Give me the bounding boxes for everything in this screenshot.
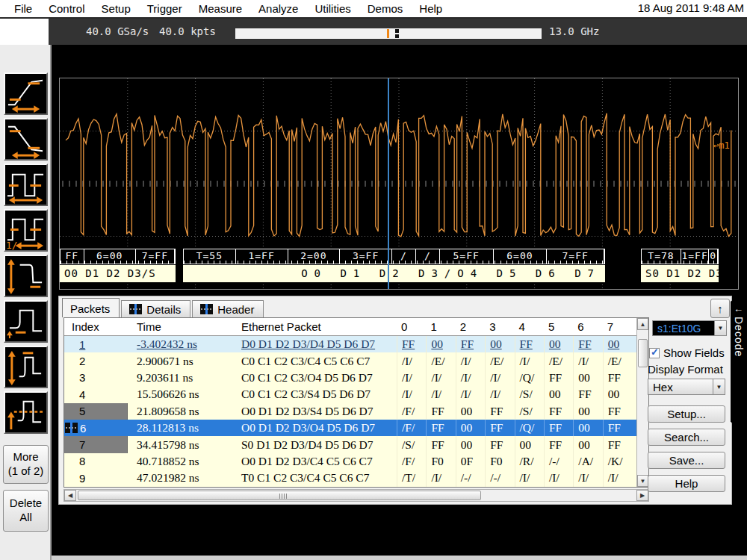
table-row[interactable]: 521.809658 nsO0 D1 D2 D3/S4 D5 D6 D7/F/F… — [64, 403, 636, 420]
cell-byte-3: /-/ — [485, 470, 514, 486]
delete-all-button[interactable]: Delete All — [3, 490, 49, 532]
time-cursor[interactable] — [388, 78, 389, 289]
table-row[interactable]: 1-3.402432 nsD0 D1 D2 D3/D4 D5 D6 D7FF00… — [64, 336, 636, 352]
cell-packet: S0 D1 D2 D3/D4 D5 D6 D7 — [237, 436, 397, 452]
menu-item-setup[interactable]: Setup — [93, 1, 139, 16]
cell-byte-5: 00 — [544, 336, 573, 352]
cell-byte-6: FF — [573, 386, 602, 402]
cell-index: 4 — [64, 386, 128, 402]
setup-button[interactable]: Setup... — [648, 405, 725, 423]
scroll-down-arrow[interactable]: ▼ — [637, 475, 648, 487]
cell-byte-2: /I/ — [456, 352, 485, 369]
cell-byte-1: /I/ — [426, 386, 455, 402]
table-row[interactable]: 415.506626 nsC0 C1 C2 C3/S4 D5 D6 D7/I//… — [64, 386, 636, 402]
menu-item-help[interactable]: Help — [411, 1, 450, 16]
cell-byte-0: /I/ — [397, 370, 426, 386]
cell-byte-6: /I/ — [573, 352, 602, 369]
decode-segment-headers: T=781=FF0 — [641, 249, 719, 264]
cell-time: 28.112813 ns — [128, 420, 237, 436]
table-row[interactable]: 947.021982 nsT0 C1 C2 C3/C4 C5 C6 C7/T//… — [64, 470, 636, 486]
decode-tab-label: Decode — [733, 317, 745, 357]
column-header-1: 1 — [426, 318, 455, 335]
measure-top-button[interactable] — [4, 346, 48, 388]
hscroll-thumb[interactable] — [78, 491, 481, 500]
dropdown-arrow-icon[interactable]: ▼ — [713, 379, 725, 394]
cell-byte-5: /I/ — [544, 470, 573, 486]
search-button[interactable]: Search... — [648, 429, 725, 446]
cell-index: 1 — [64, 336, 128, 352]
help-button[interactable]: Help — [648, 475, 725, 492]
decode-source-dropdown[interactable]: s1:Et10G ▼ — [652, 320, 727, 336]
measure-frequency-button[interactable]: 1/ — [4, 209, 48, 252]
menu-item-measure[interactable]: Measure — [190, 1, 250, 16]
cell-time: -3.402432 ns — [128, 336, 237, 352]
column-header-time: Time — [128, 318, 237, 335]
collapse-panel-button[interactable]: ↑ — [710, 299, 730, 318]
display-format-dropdown[interactable]: Hex ▼ — [648, 379, 725, 395]
decode-source-value: s1:Et10G — [653, 323, 714, 335]
cell-byte-0: /F/ — [397, 453, 426, 470]
left-arrow-icon: ← — [734, 303, 743, 314]
dropdown-arrow-icon[interactable]: ▼ — [714, 321, 726, 335]
table-row[interactable]: 734.415798 nsS0 D1 D2 D3/D4 D5 D6 D7/S/F… — [64, 436, 636, 452]
marker-m1[interactable]: ↩m1 — [713, 140, 730, 151]
measure-width-button[interactable] — [4, 164, 48, 206]
menu-item-utilities[interactable]: Utilities — [306, 1, 359, 16]
decode-side-tab[interactable]: ← Decode — [731, 293, 747, 439]
save-button[interactable]: Save... — [648, 452, 725, 469]
tab-label: Packets — [70, 302, 110, 315]
scroll-left-arrow[interactable]: ◀ — [64, 490, 76, 501]
measure-base-button[interactable] — [4, 300, 48, 343]
menu-item-file[interactable]: File — [6, 1, 40, 16]
table-row[interactable]: 628.112813 nsO0 D1 D2 D3/O4 D5 D6 D7/F/F… — [64, 420, 636, 436]
vscroll-thumb[interactable] — [638, 339, 648, 367]
measure-rise-time-button[interactable] — [4, 72, 48, 115]
more-button[interactable]: More (1 of 2) — [3, 445, 49, 484]
menu-item-control[interactable]: Control — [40, 1, 93, 16]
menu-items: FileControlSetupTriggerMeasureAnalyzeUti… — [0, 1, 450, 16]
cell-packet: O0 D1 D2 D3/S4 D5 D6 D7 — [237, 403, 397, 420]
datetime-display: 18 Aug 2011 9:48 AM — [638, 1, 744, 14]
measure-fall-level-button[interactable] — [4, 255, 48, 297]
display-format-label: Display Format — [648, 363, 723, 376]
table-row[interactable]: 39.203611 nsC0 C1 C2 C3/O4 D5 D6 D7/I//I… — [64, 370, 636, 386]
slider-position-marker[interactable] — [387, 29, 389, 38]
tab-packets[interactable]: Packets — [62, 298, 120, 317]
measure-average-button[interactable] — [4, 391, 48, 434]
cell-byte-1: 00 — [426, 336, 455, 352]
cell-byte-4: /S/ — [515, 403, 544, 420]
table-row[interactable]: 22.900671 nsC0 C1 C2 C3/C4 C5 C6 C7/I//E… — [64, 352, 636, 369]
decode-tick-ruler — [642, 261, 718, 264]
tab-details[interactable]: Details — [121, 300, 190, 317]
measure-fall-time-button[interactable] — [4, 118, 48, 161]
cell-byte-6: 00 — [573, 420, 602, 436]
column-header-6: 6 — [573, 318, 602, 335]
menu-item-trigger[interactable]: Trigger — [139, 1, 190, 16]
cell-byte-1: /E/ — [426, 352, 455, 369]
menu-item-demos[interactable]: Demos — [359, 1, 412, 16]
decode-packet-text: O0 D1 D2 D3/O4 D5 D6 D7 — [183, 265, 605, 282]
cell-index: 3 — [64, 370, 128, 386]
cell-byte-1: FF — [426, 420, 455, 436]
cell-byte-6: /I/ — [573, 470, 602, 486]
table-horizontal-scrollbar[interactable]: ◀ ▶ — [63, 489, 649, 502]
tab-header[interactable]: Header — [192, 300, 264, 317]
show-fields-checkbox[interactable] — [649, 348, 660, 358]
cell-byte-3: /E/ — [485, 352, 514, 369]
fall-to-base-icon — [5, 256, 46, 296]
cell-byte-5: FF — [544, 403, 573, 420]
fall-time-icon — [5, 119, 46, 159]
scroll-up-arrow[interactable]: ▲ — [637, 318, 648, 330]
bottom-bezel — [52, 556, 747, 560]
cell-byte-3: F0 — [485, 453, 514, 470]
menu-item-analyze[interactable]: Analyze — [250, 1, 306, 16]
cell-byte-4: 00 — [515, 436, 544, 452]
table-row[interactable]: 840.718852 nsO0 D1 D2 D3/C4 C5 C6 C7/F/F… — [64, 453, 636, 470]
horizontal-position-slider[interactable] — [235, 28, 542, 39]
cell-byte-7: 00 — [603, 386, 632, 402]
table-vertical-scrollbar[interactable]: ▲ ▼ — [636, 318, 648, 487]
scroll-right-arrow[interactable]: ▶ — [636, 490, 648, 501]
cell-byte-7: /K/ — [603, 453, 632, 470]
cell-index: 2 — [64, 352, 128, 369]
cell-packet: D0 D1 D2 D3/D4 D5 D6 D7 — [237, 336, 397, 352]
